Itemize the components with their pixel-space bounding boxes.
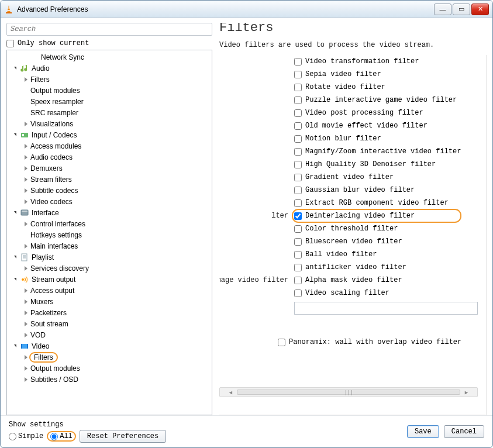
tree-item[interactable]: Control interfaces [7, 218, 212, 229]
only-show-current[interactable]: Only show current [6, 39, 212, 47]
expand-icon[interactable] [22, 187, 29, 194]
save-button[interactable]: Save [407, 425, 439, 438]
collapse-icon[interactable] [12, 254, 19, 261]
filter-checkbox[interactable] [294, 187, 302, 194]
expand-icon[interactable] [22, 143, 29, 150]
minimize-button[interactable]: — [434, 4, 451, 15]
search-input[interactable] [6, 23, 212, 36]
filter-checkbox[interactable] [294, 122, 302, 130]
filter-checkbox[interactable] [294, 148, 302, 156]
radio-all[interactable]: All [47, 431, 76, 442]
tree-item[interactable]: Packetizers [7, 307, 212, 318]
filter-checkbox[interactable] [294, 71, 302, 78]
expand-icon[interactable] [22, 76, 29, 83]
expand-icon[interactable] [22, 120, 29, 127]
tree-item[interactable]: Access output [7, 285, 212, 296]
filter-checkbox[interactable] [294, 84, 302, 91]
collapse-icon[interactable] [12, 276, 19, 283]
tree-item-label: Output modules [30, 87, 80, 95]
filters-area[interactable]: lter h image video filter Video transfor… [219, 55, 487, 415]
expand-icon[interactable] [22, 287, 29, 294]
filter-checkbox[interactable] [294, 58, 302, 66]
expand-icon[interactable] [22, 198, 29, 205]
expand-icon[interactable] [22, 176, 29, 183]
filter-checkbox[interactable] [294, 264, 302, 271]
scroll-right-icon[interactable]: ► [464, 390, 469, 395]
tree-item[interactable]: Access modules [7, 140, 212, 151]
panoramix-checkbox[interactable] [278, 339, 285, 346]
filter-row: Rotate video filter [294, 81, 478, 94]
filter-checkbox[interactable] [294, 225, 302, 233]
expand-icon[interactable] [22, 298, 29, 305]
filter-checkbox[interactable] [294, 277, 302, 284]
tree-item[interactable]: Stream filters [7, 174, 212, 185]
collapse-icon[interactable] [12, 65, 19, 72]
filter-checkbox[interactable] [294, 174, 302, 181]
tree-item[interactable]: Audio codecs [7, 151, 212, 163]
collapse-icon[interactable] [12, 209, 19, 216]
tree-item[interactable]: Interface [7, 207, 212, 218]
expand-icon[interactable] [22, 243, 29, 250]
filter-checkbox[interactable] [294, 199, 302, 207]
filter-label: Color threshold filter [305, 225, 398, 233]
tree-item[interactable]: Filters [7, 351, 212, 363]
radio-all-input[interactable] [50, 433, 58, 440]
expand-icon[interactable] [22, 154, 29, 161]
tree-item[interactable]: VOD [7, 329, 212, 340]
tree-item[interactable]: Hotkeys settings [7, 229, 212, 240]
filter-checkbox[interactable] [294, 161, 302, 168]
maximize-button[interactable]: ▭ [453, 4, 470, 15]
collapse-icon[interactable] [12, 343, 19, 350]
tree-item[interactable]: Services discovery [7, 263, 212, 274]
only-show-current-checkbox[interactable] [6, 40, 14, 47]
tree-item[interactable]: Filters [7, 74, 212, 85]
radio-simple[interactable]: Simple [9, 432, 43, 440]
filter-checkbox[interactable] [294, 212, 302, 220]
panoramix-row: Panoramix: wall with overlap video filte… [219, 338, 478, 346]
tree-item[interactable]: SRC resampler [7, 107, 212, 118]
filter-checkbox[interactable] [294, 238, 302, 246]
tree-item[interactable]: Demuxers [7, 163, 212, 174]
horizontal-scrollbar[interactable]: ◄ ∣∣∣ ► [219, 387, 478, 397]
tree-item[interactable]: Video [7, 340, 212, 351]
tree-item[interactable]: Playlist [7, 251, 212, 263]
expand-icon[interactable] [22, 376, 29, 383]
tree-item[interactable]: Video codecs [7, 196, 212, 207]
preferences-tree[interactable]: Network SyncAudioFiltersOutput modulesSp… [6, 50, 212, 415]
filter-row: Old movie effect video filter [294, 119, 478, 132]
tree-item[interactable]: Audio [7, 63, 212, 74]
expand-icon[interactable] [22, 309, 29, 316]
filter-checkbox[interactable] [294, 251, 302, 259]
tree-item[interactable]: Subtitle codecs [7, 185, 212, 196]
tree-item[interactable]: Speex resampler [7, 96, 212, 107]
reset-preferences-button[interactable]: Reset Preferences [80, 430, 166, 443]
cancel-button[interactable]: Cancel [444, 425, 484, 438]
tree-item[interactable]: Subtitles / OSD [7, 374, 212, 385]
expand-icon[interactable] [22, 165, 29, 172]
scrollbar-thumb[interactable]: ∣∣∣ [237, 390, 460, 395]
tree-item[interactable]: Input / Codecs [7, 129, 212, 140]
expand-icon[interactable] [22, 354, 29, 361]
expand-icon[interactable] [22, 265, 29, 272]
tree-item[interactable]: Output modules [7, 85, 212, 96]
tree-item[interactable]: Network Sync [7, 51, 212, 63]
expand-icon[interactable] [22, 321, 29, 328]
tree-item[interactable]: Stream output [7, 274, 212, 285]
tree-item[interactable]: Visualizations [7, 118, 212, 129]
tree-item[interactable]: Sout stream [7, 318, 212, 329]
tree-item[interactable]: Output modules [7, 363, 212, 374]
expand-icon[interactable] [22, 332, 29, 339]
filter-checkbox[interactable] [294, 109, 302, 117]
scroll-left-icon[interactable]: ◄ [228, 390, 233, 395]
radio-simple-input[interactable] [9, 433, 16, 440]
tree-item[interactable]: Main interfaces [7, 240, 212, 251]
filter-text-input[interactable] [294, 302, 478, 315]
filter-checkbox[interactable] [294, 97, 302, 104]
close-button[interactable]: ✕ [471, 4, 489, 15]
filter-checkbox[interactable] [294, 135, 302, 143]
filter-checkbox[interactable] [294, 290, 302, 297]
collapse-icon[interactable] [12, 132, 19, 139]
expand-icon[interactable] [22, 365, 29, 372]
tree-item[interactable]: Muxers [7, 296, 212, 307]
expand-icon[interactable] [22, 220, 29, 228]
